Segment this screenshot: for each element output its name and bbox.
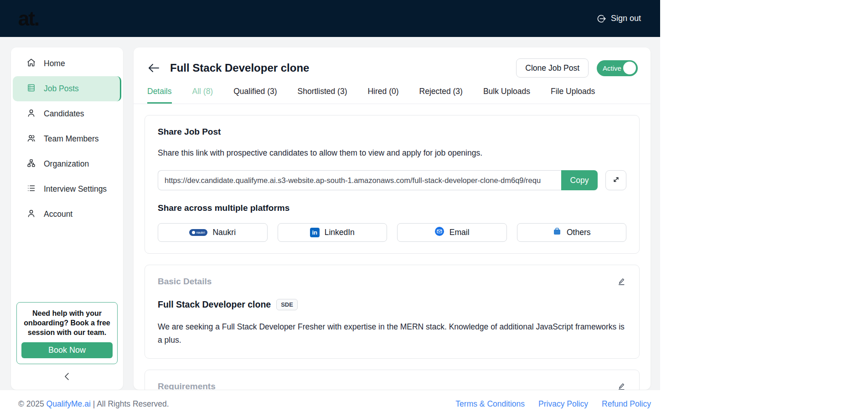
share-heading: Share Job Post xyxy=(158,127,626,137)
active-status-toggle[interactable]: Active xyxy=(597,60,638,76)
tab-all[interactable]: All (8) xyxy=(192,87,213,104)
copyright-prefix: © 2025 xyxy=(18,399,46,408)
linkedin-icon: in xyxy=(310,228,320,237)
privacy-policy-link[interactable]: Privacy Policy xyxy=(538,399,588,409)
job-tabs: Details All (8) Qualified (3) Shortliste… xyxy=(134,82,651,104)
pencil-icon xyxy=(617,277,625,287)
tab-details[interactable]: Details xyxy=(147,87,172,104)
help-card-text: Need help with your onboarding? Book a f… xyxy=(21,308,113,337)
share-others-button[interactable]: Others xyxy=(517,223,627,242)
share-link-row: Copy xyxy=(158,170,626,190)
app-window: at. Sign out Home xyxy=(0,0,660,418)
sidebar-item-organization[interactable]: Organization xyxy=(11,152,123,177)
expand-link-button[interactable] xyxy=(605,170,626,190)
main-content-card: Full Stack Developer clone Clone Job Pos… xyxy=(134,47,651,390)
tab-shortlisted[interactable]: Shortlisted (3) xyxy=(298,87,347,104)
job-title-row: Full Stack Developer clone SDE xyxy=(158,299,626,310)
job-description: We are seeking a Full Stack Developer Fr… xyxy=(158,320,626,347)
platform-label: Naukri xyxy=(212,228,236,237)
person-icon xyxy=(26,108,36,120)
toggle-label: Active xyxy=(603,64,621,72)
share-job-post-panel: Share Job Post Share this link with pros… xyxy=(145,115,640,254)
people-icon xyxy=(26,133,36,145)
basic-details-panel: Basic Details Full Stack Developer clone… xyxy=(145,265,640,359)
job-title: Full Stack Developer clone xyxy=(158,299,271,310)
job-posts-icon xyxy=(26,83,36,95)
sidebar-item-candidates[interactable]: Candidates xyxy=(11,101,123,126)
tab-qualified[interactable]: Qualified (3) xyxy=(233,87,277,104)
page-title: Full Stack Developer clone xyxy=(170,62,516,74)
role-badge: SDE xyxy=(276,299,298,310)
back-arrow-button[interactable] xyxy=(147,63,160,73)
tab-hired[interactable]: Hired (0) xyxy=(367,87,398,104)
sidebar-item-job-posts[interactable]: Job Posts xyxy=(13,76,121,101)
sidebar-item-label: Organization xyxy=(44,159,89,169)
naukri-logo-icon: naukri xyxy=(189,229,207,236)
share-email-button[interactable]: Email xyxy=(397,223,507,242)
sidebar-item-home[interactable]: Home xyxy=(11,51,123,76)
toggle-knob xyxy=(623,62,636,74)
terms-conditions-link[interactable]: Terms & Conditions xyxy=(455,399,525,409)
sidebar: Home Job Posts Candidates Team Members xyxy=(11,47,123,390)
copyright-suffix: | All Rights Reserved. xyxy=(91,399,169,408)
edit-requirements-button[interactable] xyxy=(616,381,626,390)
share-linkedin-button[interactable]: in LinkedIn xyxy=(278,223,388,242)
sidebar-item-label: Interview Settings xyxy=(44,184,107,194)
sign-out-button[interactable]: Sign out xyxy=(596,14,641,24)
copy-link-button[interactable]: Copy xyxy=(561,170,598,190)
platforms-heading: Share across multiple platforms xyxy=(158,203,626,213)
requirements-heading: Requirements xyxy=(158,381,216,390)
tab-bulk-uploads[interactable]: Bulk Uploads xyxy=(483,87,530,104)
sidebar-item-label: Team Members xyxy=(44,134,99,144)
clone-job-post-button[interactable]: Clone Job Post xyxy=(516,58,589,78)
qualifyme-link[interactable]: QualifyMe.ai xyxy=(46,399,91,408)
list-icon xyxy=(26,183,36,195)
sidebar-item-label: Account xyxy=(44,209,72,219)
sidebar-item-label: Home xyxy=(44,59,65,68)
onboarding-help-card: Need help with your onboarding? Book a f… xyxy=(16,302,118,364)
sidebar-item-label: Job Posts xyxy=(44,84,79,94)
org-chart-icon xyxy=(26,158,36,170)
copyright-text: © 2025 QualifyMe.ai | All Rights Reserve… xyxy=(18,399,169,409)
sidebar-item-account[interactable]: Account xyxy=(11,202,123,227)
sidebar-item-team-members[interactable]: Team Members xyxy=(11,126,123,152)
requirements-panel: Requirements Education (Must Match) xyxy=(145,370,640,390)
platform-buttons-row: naukri Naukri in LinkedIn Email xyxy=(158,223,626,242)
edit-basic-details-button[interactable] xyxy=(616,277,626,288)
platform-label: Others xyxy=(567,228,591,237)
sidebar-item-label: Candidates xyxy=(44,109,84,119)
logout-icon xyxy=(596,14,606,24)
expand-diagonal-icon xyxy=(612,176,620,185)
platform-label: LinkedIn xyxy=(325,228,355,237)
sidebar-collapse-icon[interactable] xyxy=(63,371,71,383)
footer-links: Terms & Conditions Privacy Policy Refund… xyxy=(455,399,651,409)
email-icon xyxy=(434,226,444,239)
job-header-row: Full Stack Developer clone Clone Job Pos… xyxy=(134,47,651,82)
platform-label: Email xyxy=(450,228,470,237)
person-icon xyxy=(26,209,36,220)
body-row: Home Job Posts Candidates Team Members xyxy=(0,37,660,390)
share-link-input[interactable] xyxy=(158,170,561,190)
sign-out-label: Sign out xyxy=(611,14,641,23)
sidebar-item-interview-settings[interactable]: Interview Settings xyxy=(11,177,123,202)
top-bar: at. Sign out xyxy=(0,0,660,37)
basic-details-heading: Basic Details xyxy=(158,277,212,287)
footer: © 2025 QualifyMe.ai | All Rights Reserve… xyxy=(0,390,660,418)
share-naukri-button[interactable]: naukri Naukri xyxy=(158,223,268,242)
home-icon xyxy=(26,58,36,70)
tab-file-uploads[interactable]: File Uploads xyxy=(551,87,595,104)
pencil-icon xyxy=(617,382,625,390)
brand-logo: at. xyxy=(18,9,39,29)
briefcase-icon xyxy=(553,227,562,238)
book-now-button[interactable]: Book Now xyxy=(21,342,113,358)
tab-rejected[interactable]: Rejected (3) xyxy=(419,87,463,104)
share-description: Share this link with prospective candida… xyxy=(158,148,626,158)
refund-policy-link[interactable]: Refund Policy xyxy=(602,399,651,409)
